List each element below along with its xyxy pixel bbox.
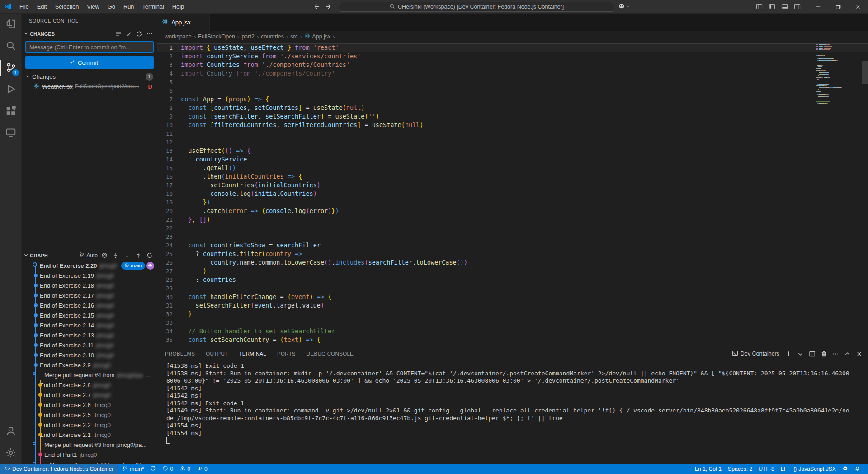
copilot-menu[interactable] — [618, 2, 631, 11]
changes-tree-header[interactable]: Changes 1 — [22, 71, 157, 81]
commit-button[interactable]: Commit — [25, 56, 154, 69]
terminal-profile[interactable]: Dev Containers — [732, 350, 779, 358]
status-eol[interactable]: LF — [778, 464, 790, 474]
commit-row[interactable]: End of Exercise 2.11jtmcg0 — [22, 340, 157, 350]
status-encoding[interactable]: UTF-8 — [755, 464, 778, 474]
cloud-badge[interactable] — [146, 262, 154, 270]
activity-search[interactable] — [0, 35, 22, 57]
chevron-up-icon[interactable] — [842, 348, 853, 359]
commit-row[interactable]: End of Exercise 2.8jtmcg0 — [22, 380, 157, 390]
refresh-icon[interactable] — [145, 251, 154, 260]
commit-row[interactable]: End of Exercise 2.20jtmcg0main — [22, 261, 157, 270]
code-line[interactable]: 1import { useState, useEffect } from 're… — [157, 43, 868, 52]
code-line[interactable]: 30 const handleFilterChange = (event) =>… — [157, 293, 868, 301]
split-icon[interactable] — [807, 348, 817, 359]
commit-row[interactable]: End of Exercise 2.13jtmcg0 — [22, 330, 157, 340]
commit-row[interactable]: End of Exercise 2.7jtmcg0 — [22, 390, 157, 400]
code-line[interactable]: 12 — [157, 138, 868, 147]
menu-terminal[interactable]: Terminal — [138, 0, 168, 14]
status-sync[interactable] — [147, 464, 159, 474]
more-actions-icon[interactable] — [141, 15, 153, 27]
code-line[interactable]: 28 : countries — [157, 275, 868, 284]
close-icon[interactable] — [854, 348, 864, 359]
customize-layout-icon[interactable] — [753, 1, 766, 13]
nav-forward-icon[interactable] — [323, 1, 334, 12]
code-line[interactable]: 32 } — [157, 310, 868, 318]
commit-row[interactable]: End of Exercise 2.15jtmcg0 — [22, 310, 157, 320]
code-line[interactable]: 21 }, []) — [157, 215, 868, 224]
code-line[interactable]: 22 — [157, 224, 868, 232]
commit-row[interactable]: End of Exercise 2.9jtmcg0 — [22, 360, 157, 370]
menu-view[interactable]: View — [83, 0, 104, 14]
code-line[interactable]: 11 — [157, 129, 868, 138]
minimap[interactable] — [816, 44, 856, 104]
menu-run[interactable]: Run — [119, 0, 138, 14]
activity-run-debug[interactable] — [0, 79, 22, 100]
breadcrumb-item[interactable]: countries — [261, 33, 284, 40]
code-line[interactable]: 2import countryService from './services/… — [157, 52, 868, 61]
tab-close-icon[interactable] — [198, 18, 206, 26]
commit-row[interactable]: End of Exercise 2.17jtmcg0 — [22, 290, 157, 300]
graph-section-header[interactable]: GRAPH Auto — [22, 250, 157, 261]
changes-section-header[interactable]: CHANGES — [22, 28, 157, 39]
chevron-down-icon[interactable] — [795, 348, 806, 359]
breadcrumb-item[interactable]: ... — [337, 33, 342, 40]
commit-row[interactable]: End of Exercise 2.18jtmcg0 — [22, 280, 157, 290]
close-icon[interactable] — [848, 0, 868, 14]
status-ports[interactable]: 0 — [193, 464, 211, 474]
status-indentation[interactable]: Spaces: 2 — [725, 464, 755, 474]
toggle-sidebar-icon[interactable] — [766, 1, 778, 13]
activity-extensions[interactable] — [0, 100, 22, 122]
plus-icon[interactable] — [783, 348, 794, 359]
status-copilot-status[interactable] — [839, 464, 851, 474]
target-icon[interactable] — [99, 251, 109, 260]
status-warnings[interactable]: 0 — [176, 464, 193, 474]
menu-file[interactable]: File — [15, 0, 33, 14]
status-cursor-position[interactable]: Ln 1, Col 1 — [692, 464, 725, 474]
push-icon[interactable] — [133, 251, 143, 260]
code-line[interactable]: 5 — [157, 78, 868, 86]
view-list-icon[interactable] — [113, 29, 123, 38]
code-line[interactable]: 10 const [filteredCountries, setFiltered… — [157, 121, 868, 129]
branch-badge-main[interactable]: main — [121, 262, 145, 270]
breadcrumb-item[interactable]: App.jsx — [304, 33, 330, 40]
breadcrumb-item[interactable]: workspace — [165, 33, 192, 40]
commit-row[interactable]: Merge pull request #4 fromjtmcg0/pa... — [22, 370, 157, 380]
code-line[interactable]: 4import Country from './components/Count… — [157, 69, 868, 78]
code-line[interactable]: 19 }) — [157, 198, 868, 207]
code-line[interactable]: 6 — [157, 86, 868, 95]
more-icon[interactable] — [145, 29, 154, 38]
code-line[interactable]: 31 setSearchFilter(event.target.value) — [157, 301, 868, 310]
fetch-icon[interactable] — [111, 251, 120, 260]
code-line[interactable]: 16 .then(initialCountries => { — [157, 172, 868, 181]
code-line[interactable]: 20 .catch(error => {console.log(error)}) — [157, 207, 868, 215]
code-line[interactable]: 26 country.name.common.toLowerCase().inc… — [157, 258, 868, 267]
commit-row[interactable]: End of Exercise 2.14jtmcg0 — [22, 320, 157, 330]
command-center-search[interactable]: UHelsinki (Workspace) [Dev Container: Fe… — [339, 2, 614, 12]
commit-row[interactable]: End of Exercise 2.6jtmcg0 — [22, 400, 157, 410]
code-line[interactable]: 15 .getAll() — [157, 164, 868, 172]
code-line[interactable]: 13 useEffect(() => { — [157, 147, 868, 155]
status-errors[interactable]: 0 — [159, 464, 176, 474]
commit-row[interactable]: Merge pull request #2 from jtmcg0/... — [22, 460, 157, 464]
commit-row[interactable]: End of Exercise 2.5jtmcg0 — [22, 410, 157, 420]
tab-app-jsx[interactable]: App.jsx — [157, 14, 210, 31]
commit-dropdown-icon[interactable] — [142, 58, 154, 66]
code-editor[interactable]: 1import { useState, useEffect } from 're… — [157, 43, 868, 346]
activity-explorer[interactable] — [0, 14, 22, 35]
pull-icon[interactable] — [122, 251, 132, 260]
status-branch[interactable]: main* — [119, 464, 147, 474]
breadcrumb-item[interactable]: src — [290, 33, 298, 40]
nav-back-icon[interactable] — [311, 1, 321, 12]
minimize-icon[interactable] — [808, 0, 828, 14]
code-line[interactable]: 35 const setSearchCountry = (text) => { — [157, 336, 868, 344]
code-line[interactable]: 14 countryService — [157, 155, 868, 164]
code-line[interactable]: 9 const [searchFilter, setSearchFilter] … — [157, 112, 868, 121]
commit-message-input[interactable] — [25, 41, 154, 53]
activity-source-control[interactable]: 1 — [0, 57, 22, 79]
terminal-output[interactable]: [41538 ms] Exit code 1[41538 ms] Start: … — [157, 361, 868, 464]
code-line[interactable]: 23 — [157, 232, 868, 241]
menu-help[interactable]: Help — [168, 0, 188, 14]
toggle-panel-icon[interactable] — [778, 1, 791, 13]
code-line[interactable]: 7const App = (props) => { — [157, 95, 868, 104]
